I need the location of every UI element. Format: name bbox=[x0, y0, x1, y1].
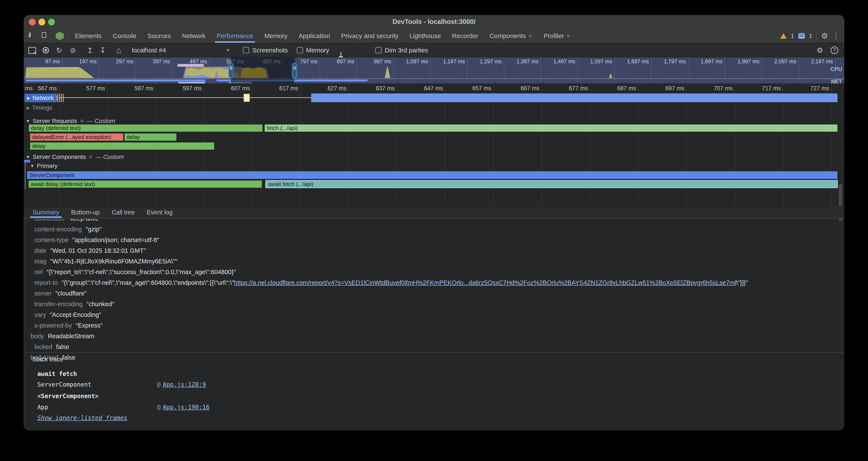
settings-gear-icon[interactable]: ⚙ bbox=[821, 31, 828, 40]
toggle-sidebar-icon[interactable] bbox=[28, 47, 36, 54]
network-whisker-line bbox=[58, 97, 311, 98]
primary-subtrack-header[interactable]: ▼ Primary bbox=[24, 162, 844, 170]
flame-chart[interactable]: ms 567 ms 577 ms 587 ms 597 ms 607 ms 61… bbox=[24, 83, 844, 206]
network-request-bar[interactable] bbox=[311, 93, 837, 102]
server-request-delayed-error[interactable]: delayedError (...ayed exception) bbox=[30, 133, 124, 141]
memory-checkbox[interactable]: Memory bbox=[297, 45, 329, 55]
summary-pane[interactable]: connection"keep-alive" content-encoding"… bbox=[24, 219, 844, 431]
react-atom-icon: ⚛ bbox=[88, 154, 93, 160]
report-endpoint-link[interactable]: https://a.nel.cloudflare.com/report/v4?s… bbox=[234, 279, 736, 286]
timings-track-header[interactable]: ▶Timings bbox=[24, 103, 844, 113]
window-title: DevTools - localhost:3000/ bbox=[24, 18, 844, 26]
header-row: vary"Accept-Encoding" bbox=[34, 311, 844, 322]
tab-application[interactable]: Application bbox=[293, 29, 336, 43]
ruler-tick: 597 ms bbox=[167, 85, 202, 92]
ruler-tick: 607 ms bbox=[216, 85, 250, 92]
overview-tick: 997 ms bbox=[359, 58, 391, 64]
home-icon[interactable]: ⌂ bbox=[116, 45, 121, 55]
tab-elements[interactable]: Elements bbox=[69, 29, 107, 43]
server-request-fetch[interactable]: fetch (.../api) bbox=[264, 124, 838, 132]
overview-tick: 1,497 ms bbox=[544, 58, 576, 64]
cpu-net-divider bbox=[24, 79, 844, 79]
await-delay-bar[interactable]: await delay (deferred text) bbox=[28, 180, 262, 188]
tab-network[interactable]: Network bbox=[177, 29, 211, 43]
tab-console[interactable]: Console bbox=[107, 29, 142, 43]
selection-right-handle[interactable] bbox=[292, 63, 297, 78]
net-lane-label: NET bbox=[821, 78, 842, 83]
node-extension-icon[interactable] bbox=[56, 32, 64, 40]
history-select[interactable]: localhost #4 ▼ bbox=[132, 45, 230, 55]
ruler-tick: 617 ms bbox=[264, 85, 298, 92]
ruler-tick: 697 ms bbox=[650, 85, 684, 92]
server-requests-header[interactable]: ▼ Server Requests ⚛ — Custom bbox=[24, 117, 844, 125]
tab-lighthouse[interactable]: Lighthouse bbox=[404, 29, 446, 43]
reload-and-record-button[interactable]: ↻ bbox=[56, 45, 62, 55]
triangle-right-icon[interactable]: ▶ bbox=[27, 95, 30, 100]
selection-left-handle[interactable] bbox=[228, 63, 234, 78]
triangle-down-icon[interactable]: ▼ bbox=[26, 154, 30, 160]
help-icon[interactable]: ? bbox=[831, 45, 838, 55]
network-track: ▶Network bbox=[24, 93, 844, 103]
stack-frame: ServerComponent@App.js:128:9 bbox=[37, 381, 206, 388]
ruler-tick: 627 ms bbox=[312, 85, 346, 92]
selection-handle-line bbox=[230, 78, 231, 83]
cpu-activity-chart bbox=[24, 65, 844, 78]
server-components-header[interactable]: ▼ Server Components ⚛ — Custom bbox=[24, 153, 844, 161]
more-options-icon[interactable]: ⋮ bbox=[832, 32, 840, 40]
bottom-pane-tabs: Summary Bottom-up Call tree Event log bbox=[24, 206, 844, 219]
ruler-tick: 717 ms bbox=[747, 85, 781, 92]
await-fetch-bar[interactable]: await fetch (.../api) bbox=[265, 180, 838, 188]
tab-bottom-up[interactable]: Bottom-up bbox=[65, 206, 106, 218]
network-request-pending[interactable] bbox=[244, 94, 250, 102]
inspect-element-icon[interactable] bbox=[29, 32, 31, 37]
overview-tick: 1,897 ms bbox=[690, 58, 722, 64]
devtools-window: DevTools - localhost:3000/ Elements Cons… bbox=[24, 15, 844, 431]
timeline-overview[interactable]: 97 ms 197 ms 297 ms 397 ms 497 ms 597 ms… bbox=[24, 57, 844, 83]
tab-memory[interactable]: Memory bbox=[259, 29, 293, 43]
overview-network-bar bbox=[26, 80, 206, 82]
issues-icon[interactable] bbox=[798, 33, 805, 39]
stack-frame: App@App.js:190:16 bbox=[37, 404, 210, 411]
tab-profiler[interactable]: Profiler⚛ bbox=[538, 29, 576, 43]
overview-tick: 897 ms bbox=[322, 58, 354, 64]
ruler-tick: 647 ms bbox=[409, 85, 443, 92]
source-location-link[interactable]: App.js:190:16 bbox=[163, 404, 210, 411]
load-profile-icon[interactable]: ↥ bbox=[87, 45, 93, 55]
screenshots-checkbox[interactable]: Screenshots bbox=[243, 45, 288, 55]
overview-network-bar-light bbox=[178, 82, 205, 83]
tab-privacy-security[interactable]: Privacy and security bbox=[336, 29, 404, 43]
record-button[interactable] bbox=[42, 45, 49, 55]
triangle-down-icon[interactable]: ▼ bbox=[26, 119, 30, 123]
tab-summary[interactable]: Summary bbox=[27, 206, 65, 218]
tab-recorder[interactable]: Recorder bbox=[446, 29, 484, 43]
performance-settings-icon[interactable]: ⚙ bbox=[816, 45, 823, 55]
network-grip bbox=[56, 95, 58, 100]
network-track-header[interactable]: ▶Network bbox=[25, 94, 56, 102]
tab-performance[interactable]: Performance bbox=[211, 29, 259, 43]
server-request-delay[interactable]: delay bbox=[124, 133, 177, 141]
overview-tick: 1,797 ms bbox=[654, 58, 686, 64]
server-request-delay-deferred[interactable]: delay (deferred text) bbox=[28, 124, 263, 132]
tab-event-log[interactable]: Event log bbox=[141, 206, 179, 218]
overview-selection-window[interactable] bbox=[231, 57, 295, 83]
warning-icon[interactable] bbox=[780, 33, 786, 39]
overview-tick: 1,297 ms bbox=[470, 58, 502, 64]
server-component-bar[interactable]: ServerComponent bbox=[27, 171, 838, 179]
dim-3rd-parties-checkbox[interactable]: Dim 3rd parties bbox=[375, 45, 428, 55]
tab-components[interactable]: Components⚛ bbox=[484, 29, 538, 43]
save-profile-icon[interactable]: ↧ bbox=[100, 45, 106, 55]
triangle-right-icon[interactable]: ▶ bbox=[27, 105, 30, 110]
show-ignore-listed-frames-link[interactable]: Show ignore-listed frames bbox=[37, 414, 127, 422]
tab-call-tree[interactable]: Call tree bbox=[106, 206, 141, 218]
device-toolbar-icon[interactable] bbox=[44, 32, 45, 37]
triangle-down-icon[interactable]: ▼ bbox=[30, 164, 34, 169]
ruler-tick: 707 ms bbox=[699, 85, 733, 92]
ruler-tick: 677 ms bbox=[554, 85, 588, 92]
overview-tick: 1,197 ms bbox=[433, 58, 465, 64]
tab-sources[interactable]: Sources bbox=[142, 29, 177, 43]
server-request-delay[interactable]: delay bbox=[30, 142, 215, 150]
overview-tick: 2,097 ms bbox=[764, 58, 796, 64]
clear-recording-button[interactable]: ⊘ bbox=[70, 45, 76, 55]
source-location-link[interactable]: App.js:128:9 bbox=[163, 381, 206, 388]
header-row: connection"keep-alive" bbox=[34, 219, 844, 226]
